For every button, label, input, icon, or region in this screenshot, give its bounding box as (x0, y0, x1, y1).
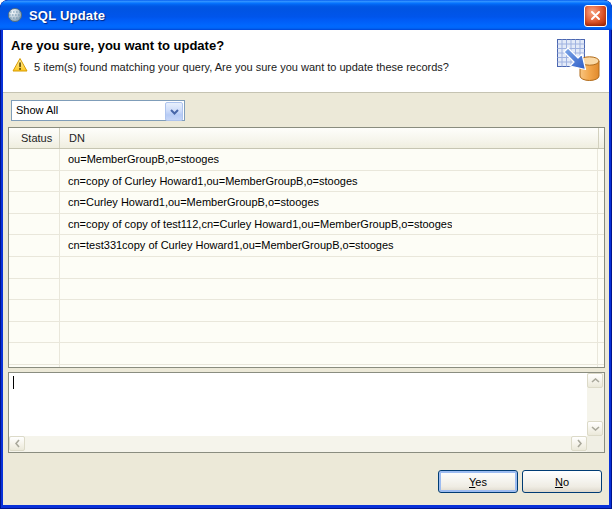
status-cell (9, 214, 59, 236)
chevron-down-icon (591, 426, 600, 431)
results-table: Status DN ou=MemberGroupB,o=stooges cn=c… (8, 127, 605, 368)
no-button[interactable]: No (522, 470, 602, 493)
message-panel (8, 372, 605, 453)
header-band: Are you sure, you want to update? 5 item… (3, 30, 609, 93)
globe-icon (7, 7, 23, 23)
yes-button[interactable]: Yes (438, 470, 518, 493)
scroll-left-button[interactable] (9, 436, 25, 451)
filter-value: Show All (16, 104, 58, 116)
table-row[interactable]: cn=copy of copy of test112,cn=Curley How… (9, 214, 604, 236)
table-row[interactable]: cn=copy of Curley Howard1,ou=MemberGroup… (9, 171, 604, 193)
vertical-scrollbar[interactable] (587, 373, 604, 436)
dn-cell: cn=copy of Curley Howard1,ou=MemberGroup… (59, 171, 358, 193)
message-input[interactable] (9, 373, 587, 436)
chevron-right-icon (577, 439, 582, 448)
status-cell (9, 235, 59, 257)
table-header: Status DN (9, 128, 604, 149)
table-row[interactable]: cn=Curley Howard1,ou=MemberGroupB,o=stoo… (9, 192, 604, 214)
dn-cell: cn=test331copy of Curley Howard1,ou=Memb… (59, 235, 394, 257)
scrollbar-corner (587, 436, 604, 452)
column-header-filler (599, 128, 604, 148)
sql-update-dialog: SQL Update Are you sure, you want to upd… (0, 0, 612, 509)
no-button-label: N (555, 476, 563, 488)
chevron-up-icon (591, 378, 600, 383)
table-body: ou=MemberGroupB,o=stooges cn=copy of Cur… (9, 149, 604, 367)
column-header-status[interactable]: Status (9, 128, 60, 148)
close-icon (590, 11, 601, 21)
column-header-dn[interactable]: DN (60, 128, 599, 148)
horizontal-scrollbar[interactable] (9, 436, 587, 452)
titlebar[interactable]: SQL Update (0, 0, 612, 30)
chevron-left-icon (15, 439, 20, 448)
dialog-body: Are you sure, you want to update? 5 item… (3, 30, 609, 505)
warning-message: 5 item(s) found matching your query, Are… (34, 61, 449, 73)
status-cell (9, 192, 59, 214)
status-cell (9, 149, 59, 171)
dn-cell: ou=MemberGroupB,o=stooges (59, 149, 219, 171)
page-title: Are you sure, you want to update? (11, 38, 224, 53)
table-row[interactable]: ou=MemberGroupB,o=stooges (9, 149, 604, 171)
status-cell (9, 171, 59, 193)
table-to-database-icon (555, 37, 603, 85)
window-title: SQL Update (29, 8, 105, 23)
scroll-up-button[interactable] (587, 373, 603, 388)
scroll-down-button[interactable] (587, 421, 603, 436)
dn-cell: cn=copy of copy of test112,cn=Curley How… (59, 214, 452, 236)
text-caret (13, 376, 14, 389)
dn-cell: cn=Curley Howard1,ou=MemberGroupB,o=stoo… (59, 192, 319, 214)
scroll-right-button[interactable] (571, 436, 587, 451)
show-filter-dropdown[interactable]: Show All (11, 100, 185, 121)
close-button[interactable] (584, 5, 607, 27)
table-row[interactable]: cn=test331copy of Curley Howard1,ou=Memb… (9, 235, 604, 257)
warning-triangle-icon (12, 57, 28, 73)
chevron-down-icon[interactable] (165, 102, 183, 121)
